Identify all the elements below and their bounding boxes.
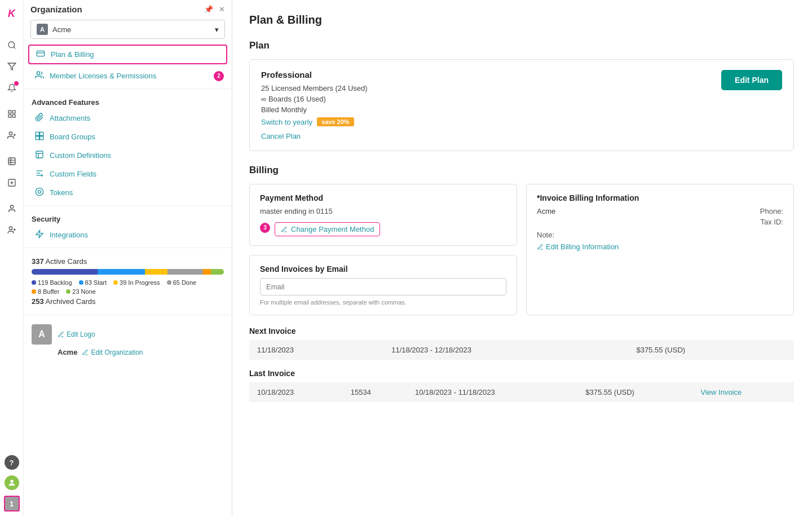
- plan-info: Professional 25 Licensed Members (24 Use…: [261, 70, 368, 140]
- plan-card: Professional 25 Licensed Members (24 Use…: [249, 59, 794, 151]
- cancel-plan-link[interactable]: Cancel Plan: [261, 132, 301, 140]
- svg-point-23: [37, 72, 39, 74]
- sidebar-panel: Organization 📌 ✕ A Acme ▾ Plan & Billing: [24, 0, 232, 516]
- plan-members: 25 Licensed Members (24 Used): [261, 84, 368, 92]
- last-invoice-num: 15534: [343, 382, 407, 402]
- member-licenses-label: Member Licenses & Permissions: [50, 72, 156, 80]
- edit-organization-button[interactable]: Edit Organization: [82, 349, 143, 356]
- left-nav-strip: K ?: [0, 0, 24, 516]
- note-label: Note:: [537, 231, 783, 239]
- attachment-icon: [35, 113, 44, 124]
- next-invoice-date: 11/18/2023: [249, 340, 383, 360]
- payment-method-title: Payment Method: [260, 193, 506, 202]
- custom-definitions-label: Custom Definitions: [50, 151, 111, 160]
- svg-rect-27: [40, 136, 43, 140]
- custom-def-icon: [35, 150, 44, 161]
- analytics-icon[interactable]: [3, 152, 21, 170]
- billing-grid: Payment Method master ending in 0115 3 C…: [249, 184, 794, 315]
- notification-dot: [14, 81, 19, 86]
- svg-point-16: [10, 205, 13, 208]
- badge-3: 3: [260, 223, 270, 233]
- svg-point-20: [10, 480, 13, 483]
- indicator-1-box[interactable]: 1: [4, 496, 20, 511]
- sidebar-item-integrations[interactable]: Integrations: [24, 226, 232, 244]
- progress-bar: [32, 269, 224, 275]
- plan-heading: Plan: [249, 40, 794, 51]
- person-icon[interactable]: [3, 200, 21, 218]
- org-logo-avatar: A: [32, 324, 52, 345]
- tokens-label: Tokens: [50, 188, 73, 197]
- company-name: Acme: [537, 207, 555, 215]
- sidebar-item-attachments[interactable]: Attachments: [24, 109, 232, 127]
- sidebar-item-board-groups[interactable]: Board Groups: [24, 127, 232, 146]
- add-member-icon[interactable]: [3, 126, 21, 144]
- sidebar-item-custom-definitions[interactable]: Custom Definitions: [24, 146, 232, 165]
- svg-point-32: [36, 188, 43, 195]
- billing-heading: Billing: [249, 165, 794, 176]
- change-payment-button[interactable]: Change Payment Method: [275, 222, 380, 236]
- board-view-icon[interactable]: [3, 105, 21, 123]
- svg-rect-21: [37, 51, 44, 56]
- archived-label: 253 Archived Cards: [32, 297, 224, 306]
- svg-rect-28: [36, 151, 43, 158]
- svg-rect-25: [40, 132, 43, 135]
- org-footer: A Edit Logo Acme Edit Organization: [24, 319, 232, 362]
- close-icon[interactable]: ✕: [219, 5, 225, 14]
- next-invoice-amount: $375.55 (USD): [628, 340, 794, 360]
- org-avatar: A: [37, 24, 48, 35]
- svg-rect-24: [36, 132, 39, 135]
- stats-title: 337 Active Cards: [32, 257, 224, 266]
- bell-icon[interactable]: [3, 79, 21, 97]
- security-heading: Security: [24, 209, 232, 226]
- question-icon[interactable]: ?: [5, 455, 19, 470]
- tokens-icon: [35, 187, 44, 198]
- svg-rect-5: [12, 114, 15, 117]
- sidebar-item-custom-fields[interactable]: Custom Fields: [24, 165, 232, 183]
- edit-logo-button[interactable]: Edit Logo: [58, 330, 95, 338]
- plan-billing-cycle: Billed Monthly: [261, 105, 368, 114]
- attachments-label: Attachments: [50, 114, 90, 122]
- search-icon[interactable]: [3, 36, 21, 54]
- plan-billing-item[interactable]: Plan & Billing: [28, 45, 227, 64]
- save-badge: save 20%: [317, 117, 354, 126]
- svg-rect-4: [8, 114, 11, 117]
- svg-rect-3: [12, 111, 15, 113]
- billing-icon: [36, 49, 45, 60]
- advanced-features-heading: Advanced Features: [24, 92, 232, 109]
- payment-method-detail: master ending in 0115: [260, 207, 506, 215]
- sidebar-item-member-licenses[interactable]: Member Licenses & Permissions 2: [24, 67, 232, 85]
- view-invoice-link[interactable]: View Invoice: [701, 388, 742, 396]
- last-invoice-amount: $375.55 (USD): [577, 382, 692, 402]
- user-avatar-icon[interactable]: [5, 475, 19, 490]
- svg-point-6: [9, 132, 12, 135]
- member-badge: 2: [214, 71, 224, 81]
- filter-icon[interactable]: [3, 58, 21, 76]
- svg-point-33: [38, 190, 41, 193]
- sidebar-item-tokens[interactable]: Tokens: [24, 183, 232, 202]
- next-invoice-period: 11/18/2023 - 12/18/2023: [383, 340, 628, 360]
- send-invoices-title: Send Invoices by Email: [260, 264, 506, 274]
- edit-plan-button[interactable]: Edit Plan: [721, 70, 782, 90]
- svg-rect-2: [8, 111, 11, 113]
- svg-point-17: [9, 227, 12, 230]
- edit-billing-button[interactable]: Edit Billing Information: [537, 242, 783, 251]
- custom-fields-icon: [35, 169, 44, 179]
- last-invoice-row: 10/18/2023 15534 10/18/2023 - 11/18/2023…: [249, 382, 794, 402]
- add-analytics-icon[interactable]: [3, 174, 21, 192]
- board-groups-label: Board Groups: [50, 133, 95, 141]
- org-selector[interactable]: A Acme ▾: [30, 20, 225, 39]
- org-name: Acme: [52, 25, 71, 34]
- integrations-label: Integrations: [50, 231, 88, 239]
- sidebar-header: Organization 📌 ✕: [24, 0, 232, 16]
- next-invoice-table: 11/18/2023 11/18/2023 - 12/18/2023 $375.…: [249, 340, 794, 360]
- chevron-down-icon: ▾: [215, 25, 219, 34]
- add-person-icon[interactable]: [3, 221, 21, 239]
- email-input[interactable]: [260, 278, 506, 296]
- switch-yearly-row: Switch to yearly save 20%: [261, 117, 368, 126]
- payment-method-card: Payment Method master ending in 0115 3 C…: [249, 184, 517, 246]
- next-invoice-title: Next Invoice: [249, 327, 794, 336]
- switch-yearly-link[interactable]: Switch to yearly: [261, 118, 312, 126]
- page-title: Plan & Billing: [249, 14, 794, 27]
- pin-icon[interactable]: 📌: [204, 5, 213, 14]
- plan-name: Professional: [261, 70, 368, 80]
